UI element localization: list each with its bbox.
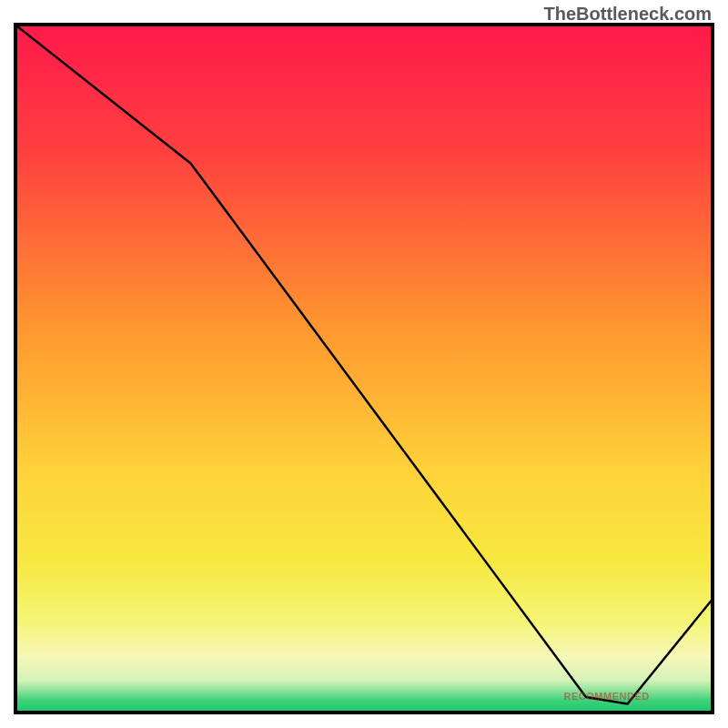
line-chart-svg <box>17 26 711 711</box>
bottleneck-curve <box>17 26 711 703</box>
plot-inner: RECOMMENDED <box>17 26 711 711</box>
plot-frame: RECOMMENDED <box>14 23 714 714</box>
chart-container: TheBottleneck.com RECOMMENDED <box>0 0 728 728</box>
watermark-text: TheBottleneck.com <box>544 4 712 25</box>
recommended-label: RECOMMENDED <box>564 691 650 702</box>
